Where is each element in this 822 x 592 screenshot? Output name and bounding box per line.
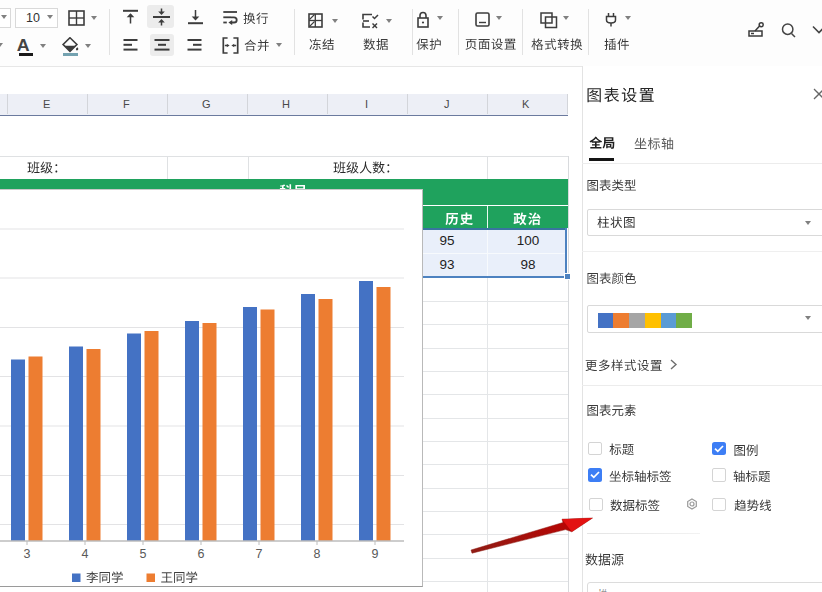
svg-text:5: 5	[140, 547, 147, 561]
svg-text:4: 4	[82, 547, 89, 561]
svg-text:3: 3	[24, 547, 31, 561]
svg-text:9: 9	[372, 547, 379, 561]
svg-text:7: 7	[256, 547, 263, 561]
svg-text:8: 8	[314, 547, 321, 561]
svg-text:6: 6	[198, 547, 205, 561]
